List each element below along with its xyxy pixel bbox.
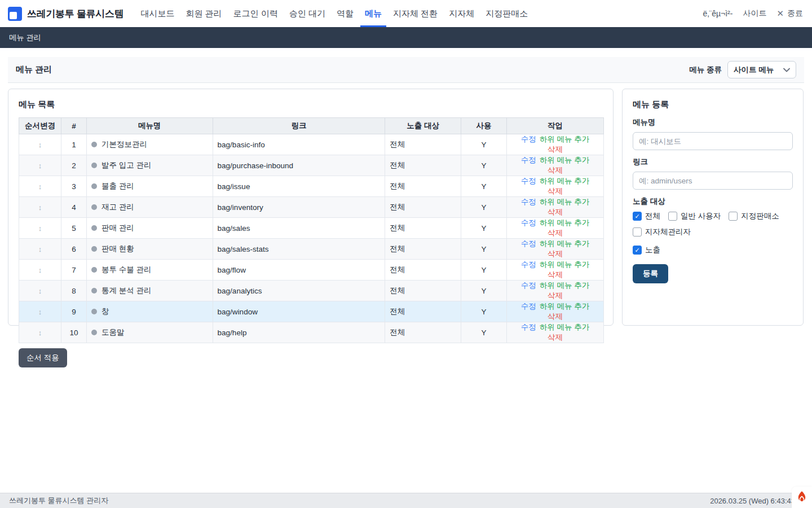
drag-handle-icon[interactable]: ↕ bbox=[38, 203, 42, 212]
nav-item-5[interactable]: 메뉴 bbox=[360, 0, 386, 27]
table-header-row: 순서변경#메뉴명링크노출 대상사용작업 bbox=[19, 118, 604, 134]
drag-handle-icon[interactable]: ↕ bbox=[38, 161, 42, 170]
bullet-dot-icon bbox=[91, 309, 97, 314]
app-logo-icon bbox=[8, 7, 22, 21]
target-checkbox-1-box[interactable] bbox=[668, 212, 677, 221]
target-cell: 전체 bbox=[385, 197, 461, 218]
edit-link[interactable]: 수정 bbox=[521, 260, 536, 269]
menu-row-2: ↕2발주 입고 관리bag/purchase-inbound전체Y수정하위 메뉴… bbox=[19, 155, 604, 176]
edit-link[interactable]: 수정 bbox=[521, 239, 536, 248]
add-submenu-link[interactable]: 하위 메뉴 추가 bbox=[540, 260, 590, 269]
menu-name-cell: 판매 관리 bbox=[86, 218, 213, 239]
delete-link[interactable]: 삭제 bbox=[548, 166, 563, 174]
target-checkbox-2[interactable]: 지정판매소 bbox=[729, 211, 779, 221]
target-label: 노출 대상 bbox=[633, 196, 793, 207]
menu-type-select[interactable]: 사이트 메뉴 bbox=[727, 61, 796, 78]
drag-handle-icon[interactable]: ↕ bbox=[38, 224, 42, 233]
target-checkbox-0-box[interactable] bbox=[633, 212, 642, 221]
expose-checkbox-row: 노출 bbox=[633, 245, 793, 255]
delete-link[interactable]: 삭제 bbox=[548, 291, 563, 300]
delete-link[interactable]: 삭제 bbox=[548, 187, 563, 195]
edit-link[interactable]: 수정 bbox=[521, 177, 536, 185]
logout-button[interactable]: ✕ 종료 bbox=[776, 8, 803, 19]
target-checkbox-0[interactable]: 전체 bbox=[633, 211, 660, 221]
menu-register-title: 메뉴 등록 bbox=[633, 99, 793, 110]
add-submenu-link[interactable]: 하위 메뉴 추가 bbox=[540, 135, 590, 143]
edit-link[interactable]: 수정 bbox=[521, 156, 536, 164]
target-checkbox-2-box[interactable] bbox=[729, 212, 738, 221]
add-submenu-link[interactable]: 하위 메뉴 추가 bbox=[540, 218, 590, 227]
edit-link[interactable]: 수정 bbox=[521, 218, 536, 227]
add-submenu-link[interactable]: 하위 메뉴 추가 bbox=[540, 177, 590, 185]
nav-item-7[interactable]: 지자체 bbox=[444, 0, 479, 27]
nav-item-3[interactable]: 승인 대기 bbox=[285, 0, 330, 27]
bullet-dot-icon bbox=[91, 246, 97, 252]
register-button[interactable]: 등록 bbox=[633, 264, 668, 283]
edit-link[interactable]: 수정 bbox=[521, 135, 536, 143]
target-checkbox-3-box[interactable] bbox=[633, 227, 642, 237]
use-flag-cell: Y bbox=[461, 197, 507, 218]
bullet-dot-icon bbox=[91, 225, 97, 231]
actions-cell: 수정하위 메뉴 추가삭제 bbox=[507, 301, 604, 322]
edit-link[interactable]: 수정 bbox=[521, 302, 536, 310]
expose-checkbox-box[interactable] bbox=[633, 246, 642, 255]
menu-row-9: ↕9창bag/window전체Y수정하위 메뉴 추가삭제 bbox=[19, 301, 604, 322]
add-submenu-link[interactable]: 하위 메뉴 추가 bbox=[540, 156, 590, 164]
expose-checkbox[interactable]: 노출 bbox=[633, 245, 660, 255]
site-link[interactable]: 사이트 bbox=[743, 8, 766, 19]
drag-handle-icon[interactable]: ↕ bbox=[38, 308, 42, 316]
delete-link[interactable]: 삭제 bbox=[548, 333, 563, 341]
row-number: 2 bbox=[61, 155, 86, 176]
edit-link[interactable]: 수정 bbox=[521, 281, 536, 290]
column-header-6: 작업 bbox=[507, 118, 604, 134]
menu-register-card: 메뉴 등록 메뉴명 링크 노출 대상 전체일반 사용자지정판매소지자체관리자 노… bbox=[622, 89, 804, 326]
target-checkbox-3[interactable]: 지자체관리자 bbox=[633, 227, 691, 237]
delete-link[interactable]: 삭제 bbox=[548, 249, 563, 258]
nav-item-8[interactable]: 지정판매소 bbox=[481, 0, 532, 27]
actions-cell: 수정하위 메뉴 추가삭제 bbox=[507, 155, 604, 176]
edit-link[interactable]: 수정 bbox=[521, 323, 536, 331]
chevron-down-icon bbox=[783, 68, 790, 72]
row-number: 1 bbox=[61, 134, 86, 155]
add-submenu-link[interactable]: 하위 메뉴 추가 bbox=[540, 323, 590, 331]
nav-item-0[interactable]: 대시보드 bbox=[136, 0, 179, 27]
menu-row-4: ↕4재고 관리bag/inventory전체Y수정하위 메뉴 추가삭제 bbox=[19, 197, 604, 218]
drag-handle-icon[interactable]: ↕ bbox=[38, 266, 42, 274]
actions-cell: 수정하위 메뉴 추가삭제 bbox=[507, 322, 604, 343]
nav-item-2[interactable]: 로그인 이력 bbox=[229, 0, 283, 27]
menu-row-5: ↕5판매 관리bag/sales전체Y수정하위 메뉴 추가삭제 bbox=[19, 218, 604, 239]
apply-order-button[interactable]: 순서 적용 bbox=[19, 348, 67, 367]
use-flag-cell: Y bbox=[461, 301, 507, 322]
menu-link-input[interactable] bbox=[633, 172, 793, 190]
drag-handle-icon[interactable]: ↕ bbox=[38, 245, 42, 253]
delete-link[interactable]: 삭제 bbox=[548, 145, 563, 154]
drag-handle-icon[interactable]: ↕ bbox=[38, 329, 42, 337]
menu-list-title: 메뉴 목록 bbox=[19, 99, 603, 110]
top-navigation: 쓰레기봉투 물류시스템 대시보드회원 관리로그인 이력승인 대기역할메뉴지자체 … bbox=[0, 0, 812, 27]
menu-type-filter: 메뉴 종류 사이트 메뉴 bbox=[689, 61, 796, 78]
add-submenu-link[interactable]: 하위 메뉴 추가 bbox=[540, 198, 590, 206]
drag-handle-icon[interactable]: ↕ bbox=[38, 141, 42, 149]
menu-name-cell: 창 bbox=[86, 301, 213, 322]
flame-icon bbox=[796, 491, 807, 503]
add-submenu-link[interactable]: 하위 메뉴 추가 bbox=[540, 302, 590, 310]
delete-link[interactable]: 삭제 bbox=[548, 229, 563, 237]
drag-handle-icon[interactable]: ↕ bbox=[38, 287, 42, 295]
delete-link[interactable]: 삭제 bbox=[548, 312, 563, 321]
menu-name-input[interactable] bbox=[633, 132, 793, 150]
delete-link[interactable]: 삭제 bbox=[548, 208, 563, 216]
footer-left-text: 쓰레기봉투 물류시스템 관리자 bbox=[9, 496, 108, 506]
drag-handle-icon[interactable]: ↕ bbox=[38, 182, 42, 191]
menu-type-value: 사이트 메뉴 bbox=[734, 65, 774, 75]
edit-link[interactable]: 수정 bbox=[521, 198, 536, 206]
delete-link[interactable]: 삭제 bbox=[548, 270, 563, 279]
add-submenu-link[interactable]: 하위 메뉴 추가 bbox=[540, 239, 590, 248]
menu-list-card: 메뉴 목록 순서변경#메뉴명링크노출 대상사용작업 ↕1기본정보관리bag/ba… bbox=[8, 89, 614, 326]
menu-link-cell: bag/sales bbox=[213, 218, 385, 239]
target-checkbox-1[interactable]: 일반 사용자 bbox=[668, 211, 721, 221]
nav-item-1[interactable]: 회원 관리 bbox=[181, 0, 226, 27]
nav-item-6[interactable]: 지자체 전환 bbox=[389, 0, 442, 27]
add-submenu-link[interactable]: 하위 메뉴 추가 bbox=[540, 281, 590, 290]
nav-item-4[interactable]: 역할 bbox=[332, 0, 358, 27]
brand: 쓰레기봉투 물류시스템 bbox=[8, 0, 123, 27]
